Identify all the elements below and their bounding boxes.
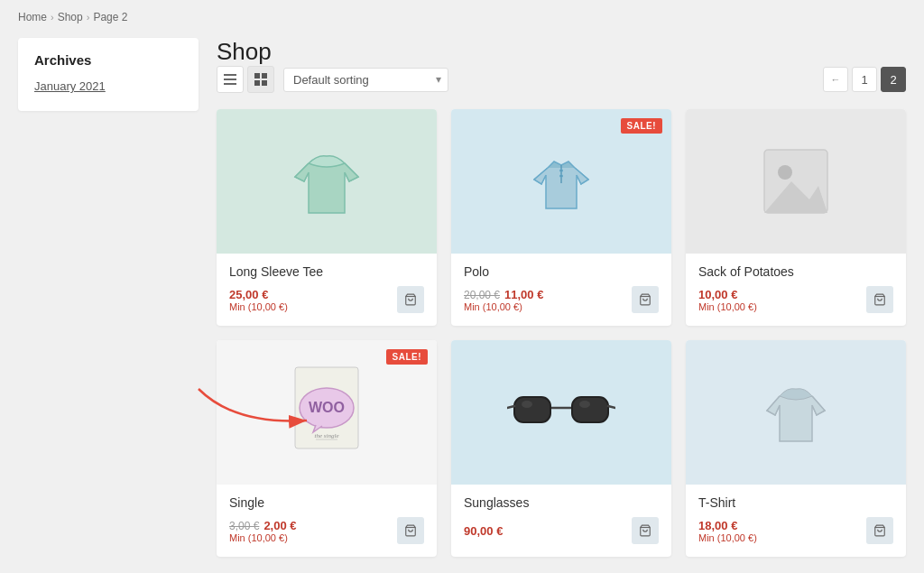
product-info-single: Single 3,00 €2,00 € Min (10,00 €) bbox=[217, 485, 437, 557]
product-info-tshirt: T-Shirt 18,00 € Min (10,00 €) bbox=[686, 485, 906, 557]
price-row-tshirt: 18,00 € Min (10,00 €) bbox=[698, 517, 893, 544]
pagination-prev[interactable]: ← bbox=[823, 67, 848, 92]
product-name-single: Single bbox=[229, 495, 424, 510]
product-card-polo: Sale! bbox=[451, 109, 671, 326]
shop-toolbar: Default sorting Sort by popularity Sort … bbox=[217, 66, 906, 93]
product-info-polo: Polo 20,00 €11,00 € Min (10,00 €) bbox=[451, 254, 671, 326]
product-image-sunglasses[interactable] bbox=[451, 340, 671, 485]
product-info-sunglasses: Sunglasses 90,00 € bbox=[451, 485, 671, 557]
svg-rect-3 bbox=[254, 73, 260, 79]
svg-rect-5 bbox=[254, 80, 260, 86]
add-to-cart-sack-of-potatoes[interactable] bbox=[866, 286, 893, 313]
price-block-polo: 20,00 €11,00 € Min (10,00 €) bbox=[464, 287, 632, 312]
price-row-long-sleeve-tee: 25,00 € Min (10,00 €) bbox=[229, 286, 424, 313]
svg-point-11 bbox=[560, 175, 563, 178]
price-main-long-sleeve-tee: 25,00 € bbox=[229, 288, 397, 301]
product-name-sunglasses: Sunglasses bbox=[464, 495, 659, 510]
view-list-button[interactable] bbox=[217, 66, 244, 93]
cart-icon-sack bbox=[873, 293, 886, 306]
product-card-sack-of-potatoes: Sack of Potatoes 10,00 € Min (10,00 €) bbox=[686, 109, 906, 326]
main-content: Shop bbox=[217, 38, 906, 557]
price-main-single: 2,00 € bbox=[263, 519, 296, 532]
pagination-page-1[interactable]: 1 bbox=[852, 67, 877, 92]
add-to-cart-sunglasses[interactable] bbox=[632, 517, 659, 544]
price-main-sack-of-potatoes: 10,00 € bbox=[698, 288, 866, 301]
product-card-sunglasses: Sunglasses 90,00 € bbox=[451, 340, 671, 557]
svg-text:the single: the single bbox=[314, 432, 338, 439]
svg-line-26 bbox=[507, 406, 514, 408]
long-sleeve-tee-illustration bbox=[282, 127, 372, 236]
breadcrumb-shop[interactable]: Shop bbox=[58, 11, 83, 23]
product-image-long-sleeve-tee[interactable] bbox=[217, 109, 437, 254]
svg-point-14 bbox=[778, 165, 792, 180]
tshirt-illustration bbox=[751, 358, 841, 467]
product-image-polo[interactable]: Sale! bbox=[451, 109, 671, 254]
svg-rect-24 bbox=[514, 397, 550, 422]
svg-point-29 bbox=[579, 401, 590, 408]
svg-rect-6 bbox=[262, 80, 267, 86]
product-name-long-sleeve-tee: Long Sleeve Tee bbox=[229, 264, 424, 279]
product-image-single[interactable]: Sale! WOO the single bbox=[217, 340, 437, 485]
product-info-long-sleeve-tee: Long Sleeve Tee 25,00 € Min (10,00 €) bbox=[217, 254, 437, 326]
view-toggles bbox=[217, 66, 274, 93]
archives-january-2021[interactable]: January 2021 bbox=[34, 79, 106, 93]
cart-icon-tshirt bbox=[873, 524, 886, 537]
price-main-tshirt: 18,00 € bbox=[698, 519, 866, 532]
cart-icon-polo bbox=[639, 293, 651, 306]
breadcrumb-sep-1: › bbox=[51, 12, 54, 23]
products-grid: Long Sleeve Tee 25,00 € Min (10,00 €) bbox=[217, 109, 906, 557]
price-row-single: 3,00 €2,00 € Min (10,00 €) bbox=[229, 517, 424, 544]
svg-point-10 bbox=[560, 170, 563, 172]
svg-text:WOO: WOO bbox=[309, 400, 345, 415]
product-image-tshirt[interactable] bbox=[686, 340, 906, 485]
price-sale-polo: 20,00 €11,00 € bbox=[464, 287, 632, 301]
list-view-icon bbox=[224, 73, 236, 86]
product-image-sack-of-potatoes[interactable] bbox=[686, 109, 906, 254]
price-block-tshirt: 18,00 € Min (10,00 €) bbox=[698, 519, 866, 543]
price-block-sunglasses: 90,00 € bbox=[464, 524, 632, 538]
sale-badge-polo: Sale! bbox=[621, 118, 663, 134]
price-min-polo: Min (10,00 €) bbox=[464, 301, 632, 312]
price-sale-single: 3,00 €2,00 € bbox=[229, 518, 397, 532]
sidebar: Archives January 2021 bbox=[18, 38, 199, 111]
price-main-sunglasses: 90,00 € bbox=[464, 524, 632, 538]
price-main-polo: 11,00 € bbox=[504, 288, 543, 301]
price-block-long-sleeve-tee: 25,00 € Min (10,00 €) bbox=[229, 288, 397, 312]
add-to-cart-single[interactable] bbox=[397, 517, 424, 544]
view-grid-button[interactable] bbox=[247, 66, 274, 93]
cart-icon-single bbox=[404, 524, 417, 537]
breadcrumb-sep-2: › bbox=[87, 12, 90, 23]
archives-title: Archives bbox=[34, 52, 182, 68]
product-card-long-sleeve-tee: Long Sleeve Tee 25,00 € Min (10,00 €) bbox=[217, 109, 437, 326]
price-row-sack-of-potatoes: 10,00 € Min (10,00 €) bbox=[698, 286, 893, 313]
product-card-single: Sale! WOO the single bbox=[217, 340, 437, 557]
product-name-tshirt: T-Shirt bbox=[698, 495, 893, 510]
price-min-tshirt: Min (10,00 €) bbox=[698, 532, 866, 543]
add-to-cart-tshirt[interactable] bbox=[866, 517, 893, 544]
sort-select[interactable]: Default sorting Sort by popularity Sort … bbox=[283, 68, 448, 92]
pagination-page-2[interactable]: 2 bbox=[881, 67, 906, 92]
breadcrumb-current: Page 2 bbox=[93, 11, 127, 23]
price-block-sack-of-potatoes: 10,00 € Min (10,00 €) bbox=[698, 288, 866, 312]
product-name-polo: Polo bbox=[464, 264, 659, 279]
svg-rect-1 bbox=[224, 79, 236, 80]
price-row-sunglasses: 90,00 € bbox=[464, 517, 659, 544]
product-info-sack-of-potatoes: Sack of Potatoes 10,00 € Min (10,00 €) bbox=[686, 254, 906, 326]
price-block-single: 3,00 €2,00 € Min (10,00 €) bbox=[229, 518, 397, 543]
price-original-polo: 20,00 € bbox=[464, 289, 500, 301]
price-original-single: 3,00 € bbox=[229, 520, 259, 532]
placeholder-illustration bbox=[760, 145, 832, 217]
sunglasses-illustration bbox=[507, 381, 615, 444]
breadcrumb-home[interactable]: Home bbox=[18, 11, 47, 23]
svg-rect-25 bbox=[572, 397, 608, 422]
svg-rect-0 bbox=[224, 74, 236, 76]
sort-wrapper: Default sorting Sort by popularity Sort … bbox=[283, 68, 448, 92]
sale-badge-single: Sale! bbox=[386, 349, 429, 365]
svg-rect-4 bbox=[262, 73, 267, 79]
price-row-polo: 20,00 €11,00 € Min (10,00 €) bbox=[464, 286, 659, 313]
polo-illustration bbox=[516, 127, 606, 236]
page-wrapper: Home › Shop › Page 2 Archives January 20… bbox=[0, 0, 924, 573]
add-to-cart-polo[interactable] bbox=[632, 286, 659, 313]
cart-icon-sunglasses bbox=[639, 524, 651, 537]
add-to-cart-long-sleeve-tee[interactable] bbox=[397, 286, 424, 313]
